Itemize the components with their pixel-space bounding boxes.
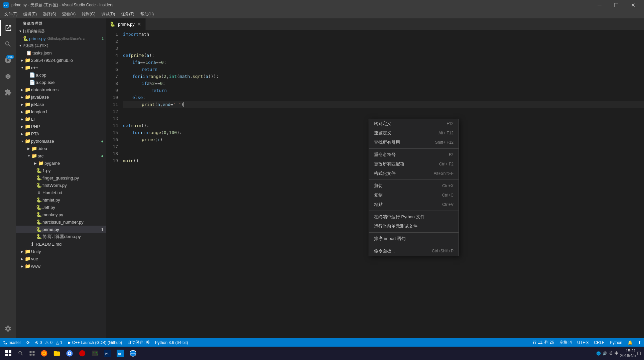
list-item[interactable]: 📄 a.cpp.exe (16, 79, 106, 86)
taskbar-ime[interactable]: 英 (609, 351, 613, 356)
svg-point-12 (43, 352, 45, 354)
menu-task[interactable]: 任务(T) (118, 10, 137, 18)
taskbar-terminal[interactable]: C:\ (89, 347, 101, 360)
activity-search[interactable] (0, 36, 16, 52)
close-button[interactable]: ✕ (625, 0, 641, 10)
status-line-endings[interactable]: CRLF (591, 338, 607, 347)
minimize-button[interactable]: ─ (592, 0, 607, 10)
list-item[interactable]: ≡ Hamlet.txt (16, 189, 106, 196)
start-button[interactable] (2, 347, 15, 360)
list-item[interactable]: 🐍 monkey.py (16, 211, 106, 218)
list-item[interactable]: ▶ 📁 Unity (16, 248, 106, 255)
list-item[interactable]: 🐍 narcissus_number.py (16, 218, 106, 226)
ctx-sort-imports[interactable]: 排序 import 语句 (369, 234, 459, 243)
taskbar-firefox[interactable] (38, 347, 50, 360)
editor-tab-prime[interactable]: 🐍 prime.py ✕ (106, 18, 146, 30)
window-controls[interactable]: ─ ☐ ✕ (592, 0, 641, 10)
list-item[interactable]: 🐍 htmlet.py (16, 196, 106, 204)
status-upload[interactable]: ⬆ (635, 338, 644, 347)
list-item[interactable]: ▾ 📁 src ● (16, 152, 106, 159)
list-item[interactable]: ▶ 📁 www (16, 262, 106, 270)
list-item[interactable]: ▶ 📁 PHP (16, 123, 106, 130)
python-icon: 🐍 (36, 219, 41, 225)
ctx-run-test[interactable]: 运行当前单元测试文件 (369, 222, 459, 231)
maximize-button[interactable]: ☐ (609, 0, 624, 10)
list-item[interactable]: ▾ 📁 c++ (16, 64, 106, 71)
taskbar-clock[interactable]: 15:21 2018/4/5 (620, 349, 636, 358)
list-item[interactable]: 📋 tasks.json (16, 49, 106, 56)
list-item[interactable]: 🐍 Jeff.py (16, 204, 106, 211)
list-item[interactable]: 🐍 简易计算器demo.py (16, 233, 106, 240)
list-item[interactable]: ▶ 📁 2585479524.github.io (16, 56, 106, 64)
list-item[interactable]: 🐍 finger_guessing.py (16, 174, 106, 182)
taskbar-search[interactable] (15, 347, 26, 360)
taskbar-vscode[interactable]: </> (114, 347, 127, 360)
workspace-label: 无标题 (工作区) (23, 43, 48, 48)
menu-edit[interactable]: 编辑(E) (21, 10, 39, 18)
status-autosave[interactable]: 自动保存: 关 (125, 338, 152, 347)
ctx-cut[interactable]: 剪切 Ctrl+X (369, 181, 459, 191)
activity-extensions[interactable] (0, 84, 16, 100)
status-language[interactable]: Python (607, 338, 625, 347)
menu-select[interactable]: 选择(S) (40, 10, 59, 18)
list-item[interactable]: ▶ 📁 .idea (16, 145, 106, 152)
list-item[interactable]: ▾ 📁 pythonBase ● (16, 137, 106, 145)
status-spaces[interactable]: 空格: 4 (557, 338, 574, 347)
menu-help[interactable]: 帮助(H) (138, 10, 157, 18)
ctx-paste[interactable]: 粘贴 Ctrl+V (369, 200, 459, 209)
workspace-section[interactable]: ▾ 无标题 (工作区) (16, 42, 106, 49)
open-file-item[interactable]: 🐍 prime.py Github/pythonBase/src 1 (16, 35, 106, 42)
taskbar-task-view[interactable] (26, 347, 38, 360)
list-item[interactable]: ▶ 📁 jsBase (16, 101, 106, 108)
status-sync[interactable]: ⟳ (24, 338, 32, 347)
code-line-current: print(a, end=" ") (123, 101, 644, 108)
ctx-peek-definition[interactable]: 速览定义 Alt+ F12 (369, 128, 459, 138)
status-python[interactable]: Python 3.6 (64-bit) (152, 338, 191, 347)
list-item[interactable]: ▶ 📁 javaBase (16, 93, 106, 101)
taskbar-pinyin[interactable]: 中 (615, 351, 619, 356)
list-item[interactable]: ▶ 📁 lanqiao1 (16, 108, 106, 115)
status-bell[interactable]: 🔔 (625, 338, 635, 347)
ctx-command-palette[interactable]: 命令面板... Ctrl+Shift+P (369, 246, 459, 256)
activity-debug[interactable] (0, 68, 16, 84)
list-item[interactable]: ▶ 📁 LI (16, 115, 106, 123)
taskbar-globe[interactable] (127, 347, 139, 360)
menu-file[interactable]: 文件(F) (2, 10, 20, 18)
activity-explorer[interactable] (0, 20, 16, 36)
list-item[interactable]: 📄 a.cpp (16, 71, 106, 79)
ctx-rename[interactable]: 重命名符号 F2 (369, 150, 459, 159)
ctx-label: 转到定义 (374, 121, 391, 127)
taskbar-red-icon[interactable] (76, 347, 89, 360)
menu-view[interactable]: 查看(V) (59, 10, 78, 18)
list-item[interactable]: ▶ 📁 pygame (16, 159, 106, 167)
menu-debug[interactable]: 调试(D) (99, 10, 118, 18)
taskbar-chrome[interactable] (63, 347, 76, 360)
activity-settings[interactable] (0, 321, 16, 337)
status-branch[interactable]: master (0, 338, 24, 347)
status-debug[interactable]: ▶ C++ Launch (GDB) (Github) (65, 338, 125, 347)
active-file-item[interactable]: 🐍 prime.py 1 (16, 226, 106, 233)
ctx-goto-definition[interactable]: 转到定义 F12 (369, 119, 459, 128)
list-item[interactable]: ▶ 📁 datastructures (16, 86, 106, 93)
status-encoding[interactable]: UTF-8 (574, 338, 591, 347)
list-item[interactable]: 🐍 1.py (16, 167, 106, 174)
ctx-find-references[interactable]: 查找所有引用 Shift+ F12 (369, 138, 459, 147)
status-line-col[interactable]: 行 11, 列 26 (530, 338, 557, 347)
ctx-change-all[interactable]: 更改所有匹配项 Ctrl+ F2 (369, 159, 459, 169)
list-item[interactable]: 🐍 firstWorm.py (16, 182, 106, 189)
taskbar-ps[interactable]: PS (101, 347, 114, 360)
ctx-format[interactable]: 格式化文件 Alt+Shift+F (369, 169, 459, 178)
activity-git[interactable]: 566 (0, 52, 16, 68)
open-editors-section[interactable]: ▾ 打开的编辑器 (16, 28, 106, 35)
ctx-run-python[interactable]: 在终端中运行 Python 文件 (369, 212, 459, 222)
editor-content[interactable]: 12345 678910 1112131415 16171819 import … (106, 30, 644, 338)
taskbar-explorer[interactable] (50, 347, 63, 360)
list-item[interactable]: ▶ 📁 PTA (16, 130, 106, 137)
list-item[interactable]: ▶ 📁 vue (16, 255, 106, 262)
status-errors[interactable]: ⊗ 0 ⚠ 0 △ 1 (32, 338, 65, 347)
list-item[interactable]: ℹ README.md (16, 240, 106, 248)
ctx-copy[interactable]: 复制 Ctrl+C (369, 191, 459, 200)
taskbar-action-center[interactable]: □ (637, 350, 641, 356)
menu-goto[interactable]: 转到(G) (79, 10, 98, 18)
tab-close-button[interactable]: ✕ (137, 21, 142, 27)
